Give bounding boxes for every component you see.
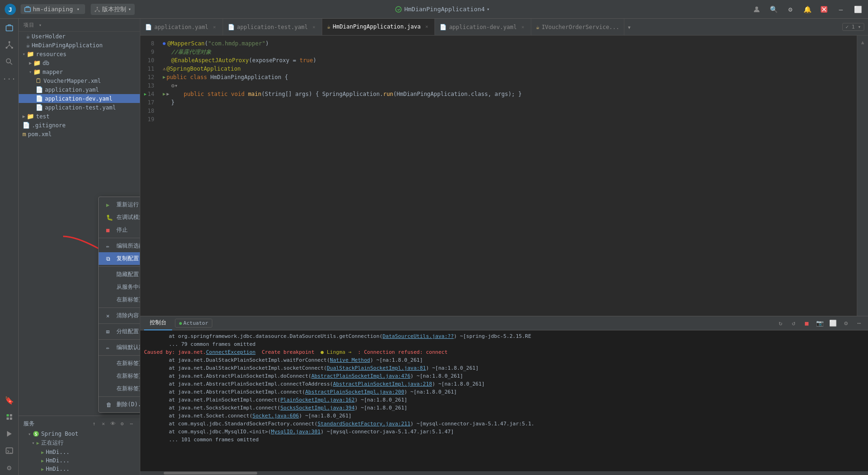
ctx-open-run-config[interactable]: 在新标签页中打开运行配置 xyxy=(99,293,140,306)
ctx-rerun[interactable]: ▶ 重新运行 Ctrl+Shift+F10 xyxy=(99,198,140,211)
gutter-icon-1[interactable]: ▲ xyxy=(858,37,868,47)
project-selector[interactable]: hm-dianping ▾ xyxy=(21,4,85,14)
bottom-scrollbar[interactable] xyxy=(140,471,868,475)
tab-console[interactable]: 控制台 xyxy=(144,316,172,330)
tab-application-dev-yaml[interactable]: 📄 application-dev.yaml ✕ xyxy=(435,19,531,36)
tree-item-vouchermapper[interactable]: 🗒 VoucherMapper.xml xyxy=(19,76,140,85)
console-link[interactable]: DataSourceUtils.java:?? xyxy=(383,333,454,339)
connect-exception-link[interactable]: ConnectException xyxy=(206,349,255,355)
console-link[interactable]: StandardSocketFactory.java:211 xyxy=(318,421,411,427)
activity-services-icon[interactable] xyxy=(2,409,17,424)
run-gutter-icon-14[interactable]: ▶ xyxy=(163,90,166,98)
maximize-icon-btn[interactable]: ⬜ xyxy=(851,3,864,16)
settings-console-icon[interactable]: ⚙ xyxy=(841,318,851,329)
activity-bookmark-icon[interactable]: 🔖 xyxy=(2,393,17,408)
minimize-icon-btn[interactable]: — xyxy=(834,3,847,16)
ctx-group-config[interactable]: ⊞ 分组配置... xyxy=(99,325,140,338)
console-output[interactable]: at org.springframework.jdbc.datasource.D… xyxy=(140,330,868,471)
activity-run-icon[interactable] xyxy=(2,426,17,441)
tree-item-pomxml[interactable]: m pom.xml xyxy=(19,130,140,139)
screenshot-icon[interactable]: 📷 xyxy=(815,318,825,329)
ctx-edit-default[interactable]: ✏ 编辑默认路径... xyxy=(99,341,140,354)
tree-item-mapper[interactable]: ▾ 📁 mapper xyxy=(19,67,140,76)
settings-icon-btn[interactable]: ⚙ xyxy=(784,3,797,16)
ctx-stop[interactable]: ■ 停止 Ctrl+F2 xyxy=(99,224,140,236)
expand-icon[interactable]: ▶ xyxy=(166,90,169,98)
tab-close-btn[interactable]: ✕ xyxy=(211,24,218,30)
console-link[interactable]: DualStackPlainSocketImpl.java:81 xyxy=(327,365,426,371)
tree-item-app-test-yaml[interactable]: 📄 application-test.yaml xyxy=(19,103,140,112)
run-child-1[interactable]: ▶ HmDi... xyxy=(19,448,140,456)
ctx-hide-config[interactable]: 隐藏配置 xyxy=(99,268,140,281)
close-icon-btn[interactable] xyxy=(817,3,831,16)
tab-hmdianping[interactable]: ☕ HmDianPingApplication.java ✕ xyxy=(322,19,435,36)
tree-item-test[interactable]: ▶ 📁 test xyxy=(19,112,140,121)
tree-item-app-yaml[interactable]: 📄 application.yaml xyxy=(19,85,140,94)
console-link[interactable]: SocksSocketImpl.java:394 xyxy=(280,405,354,411)
tree-item-gitignore[interactable]: 📄 .gitignore xyxy=(19,121,140,130)
spring-boot-item[interactable]: ▾ S Spring Boot xyxy=(19,430,140,438)
activity-vcs-icon[interactable] xyxy=(2,37,17,52)
tree-item-hmdianping[interactable]: ☕ HmDianPingApplication xyxy=(19,41,140,50)
services-header: 服务 ↑ ✕ 👁 ⚙ ⋯ xyxy=(19,418,140,430)
breakpoint-icon[interactable]: ● xyxy=(163,39,166,48)
activity-project-icon[interactable] xyxy=(2,21,17,36)
tree-item-app-dev-yaml[interactable]: 📄 application-dev.yaml xyxy=(19,94,140,103)
code-area[interactable]: ● @MapperScan("com.hmdp.mapper") //暴露代理对… xyxy=(158,36,857,316)
ctx-edit-config[interactable]: ✏ 编辑所选配置... Shift+F4 xyxy=(99,240,140,252)
tab-close-btn[interactable]: ✕ xyxy=(423,23,430,30)
refresh-all-icon[interactable]: ↺ xyxy=(788,318,799,329)
tree-item-userholder[interactable]: ☕ UserHolder xyxy=(19,32,140,41)
ctx-clear[interactable]: ✕ 清除内容 xyxy=(99,309,140,322)
console-link[interactable]: AbstractPlainSocketImpl.java:218 xyxy=(333,381,432,387)
run-child-2[interactable]: ▶ HmDi... xyxy=(19,456,140,465)
filter-icon[interactable]: ⚙ xyxy=(118,420,126,428)
expand-console-icon[interactable]: ⬜ xyxy=(828,318,838,329)
ctx-copy-config[interactable]: ⧉ 复制配置... Ctrl+D xyxy=(99,252,140,265)
eye-icon[interactable]: 👁 xyxy=(109,420,116,428)
search-icon-btn[interactable]: 🔍 xyxy=(767,3,780,16)
run-gutter-icon[interactable]: ▶ xyxy=(163,73,166,81)
tab-close-btn[interactable]: ✕ xyxy=(311,24,317,30)
tab-ivoucherorderservice[interactable]: ☕ IVoucherOrderService... xyxy=(531,19,624,36)
activity-more-icon[interactable]: ··· xyxy=(2,71,17,86)
tab-overflow-btn[interactable]: ▾ xyxy=(624,23,634,31)
ctx-delete[interactable]: 🗑 删除(D)... Delete xyxy=(99,398,140,411)
main-layout: ··· 🔖 ⚙ 项目 ▾ ☕ UserHolder ☕ HmDianPin xyxy=(0,19,868,475)
notifications-icon-btn[interactable]: 🔔 xyxy=(801,3,814,16)
console-link[interactable]: AbstractPlainSocketImpl.java:200 xyxy=(305,389,404,395)
tree-item-db[interactable]: ▶ 📁 db xyxy=(19,58,140,67)
console-link[interactable]: MysqlIO.java:301 xyxy=(271,429,321,435)
tab-application-test-yaml[interactable]: 📄 application-test.yaml ✕ xyxy=(223,19,323,36)
console-link[interactable]: PlainSocketImpl.java:162 xyxy=(280,397,354,403)
actuator-btn[interactable]: ● Actuator xyxy=(175,319,212,328)
ctx-remove-type[interactable]: 从服务中移除配置类型 xyxy=(99,281,140,293)
console-line: at com.mysql.jdbc.MysqlIO.<init>(MysqlIO… xyxy=(144,428,864,436)
tab-application-yaml[interactable]: 📄 application.yaml ✕ xyxy=(140,19,223,36)
stop-console-icon[interactable]: ■ xyxy=(802,318,812,329)
user-icon-btn[interactable] xyxy=(750,3,763,16)
vcs-button[interactable]: 版本控制 ▾ xyxy=(91,4,135,15)
ctx-open-each-type[interactable]: 在新标签页中打开每个类型 xyxy=(99,382,140,395)
close-services-icon[interactable]: ✕ xyxy=(100,420,107,428)
tab-close-btn[interactable]: ✕ xyxy=(520,24,526,30)
tree-item-resources[interactable]: ▾ 📁 resources xyxy=(19,50,140,58)
run-child-3[interactable]: ▶ HmDi... xyxy=(19,465,140,473)
console-link[interactable]: Native Method xyxy=(330,357,370,363)
more-console-icon[interactable]: ⋯ xyxy=(854,318,864,329)
up-icon[interactable]: ↑ xyxy=(90,420,98,428)
console-link[interactable]: Socket.java:606 xyxy=(253,413,299,419)
console-link[interactable]: AbstractPlainSocketImpl.java:476 xyxy=(311,373,411,379)
activity-terminal-icon[interactable] xyxy=(2,443,17,458)
ctx-open-each[interactable]: 在新标签页中打开每个项 xyxy=(99,370,140,382)
scroll-thumb[interactable] xyxy=(164,472,257,475)
ctx-debug-rerun[interactable]: 🐛 在调试模式下重新运行 xyxy=(99,211,140,224)
refresh-icon[interactable]: ↻ xyxy=(775,318,786,329)
activity-search-icon[interactable] xyxy=(2,54,17,69)
svg-rect-16 xyxy=(7,417,9,420)
activity-settings-bottom-icon[interactable]: ⚙ xyxy=(2,460,17,475)
tree-item-label: resources xyxy=(36,51,66,58)
run-item-running[interactable]: ▾ ▶ 正在运行 xyxy=(19,438,140,448)
ctx-open-new-tab[interactable]: 在新标签页中打开 xyxy=(99,357,140,370)
more-icon[interactable]: ⋯ xyxy=(128,420,135,428)
